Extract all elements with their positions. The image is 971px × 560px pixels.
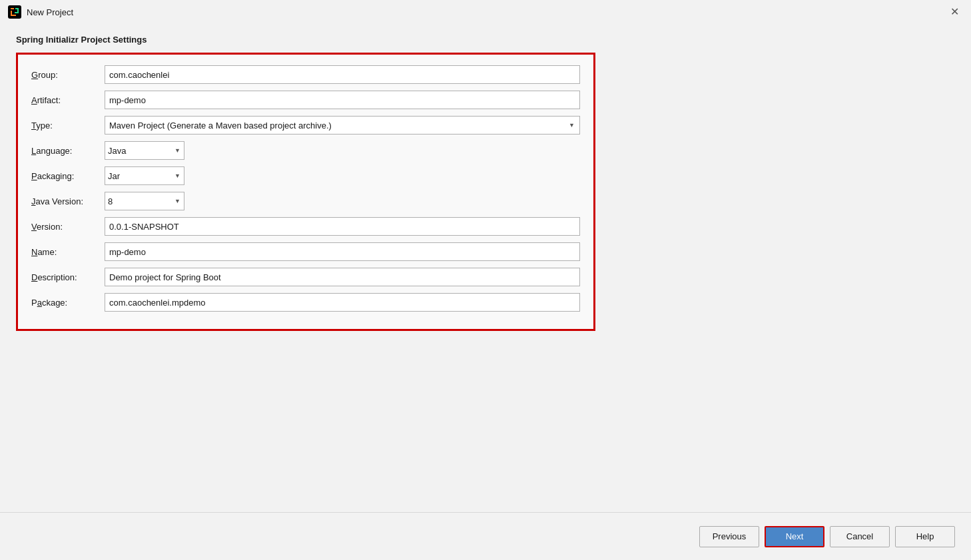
type-select-wrapper: Maven Project (Generate a Maven based pr…: [105, 116, 580, 135]
cancel-button[interactable]: Cancel: [830, 526, 890, 547]
group-input[interactable]: [105, 65, 580, 84]
packaging-select[interactable]: Jar War: [105, 166, 184, 185]
dialog-body: Spring Initializr Project Settings Group…: [0, 24, 971, 384]
svg-rect-3: [11, 15, 16, 16]
version-row: Version:: [31, 217, 580, 236]
next-button[interactable]: Next: [765, 526, 824, 547]
window-title: New Project: [27, 7, 73, 17]
version-label: Version:: [31, 222, 105, 232]
language-row: Language: Java Kotlin Groovy: [31, 141, 580, 160]
type-label: Type:: [31, 121, 105, 131]
package-row: Package:: [31, 293, 580, 312]
version-input[interactable]: [105, 217, 580, 236]
name-input[interactable]: [105, 242, 580, 261]
java-version-select-wrapper: 8 11 17: [105, 192, 184, 210]
name-label: Name:: [31, 247, 105, 257]
title-bar: New Project ✕: [0, 0, 971, 24]
artifact-label: Artifact:: [31, 95, 105, 105]
close-button[interactable]: ✕: [946, 5, 963, 19]
packaging-select-wrapper: Jar War: [105, 166, 184, 185]
title-bar-left: New Project: [8, 5, 73, 19]
packaging-row: Packaging: Jar War: [31, 166, 580, 185]
java-version-select[interactable]: 8 11 17: [105, 192, 184, 210]
artifact-row: Artifact:: [31, 91, 580, 109]
package-label: Package:: [31, 298, 105, 308]
form-panel: Group: Artifact: Type: Maven Project (Ge…: [16, 53, 595, 331]
help-button[interactable]: Help: [895, 526, 955, 547]
java-version-row: Java Version: 8 11 17: [31, 192, 580, 210]
packaging-label: Packaging:: [31, 171, 105, 181]
section-title: Spring Initializr Project Settings: [16, 35, 955, 45]
type-row: Type: Maven Project (Generate a Maven ba…: [31, 116, 580, 135]
svg-rect-6: [15, 12, 19, 13]
description-input[interactable]: [105, 268, 580, 286]
language-select-wrapper: Java Kotlin Groovy: [105, 141, 184, 160]
package-input[interactable]: [105, 293, 580, 312]
group-label: Group:: [31, 70, 105, 80]
previous-button[interactable]: Previous: [699, 526, 759, 547]
language-label: Language:: [31, 146, 105, 156]
artifact-input[interactable]: [105, 91, 580, 109]
name-row: Name:: [31, 242, 580, 261]
app-icon: [8, 5, 21, 19]
language-select[interactable]: Java Kotlin Groovy: [105, 141, 184, 160]
type-select[interactable]: Maven Project (Generate a Maven based pr…: [105, 116, 580, 135]
description-label: Description:: [31, 272, 105, 282]
description-row: Description:: [31, 268, 580, 286]
svg-rect-1: [11, 8, 14, 9]
footer: Previous Next Cancel Help: [0, 512, 971, 560]
group-row: Group:: [31, 65, 580, 84]
java-version-label: Java Version:: [31, 196, 105, 206]
